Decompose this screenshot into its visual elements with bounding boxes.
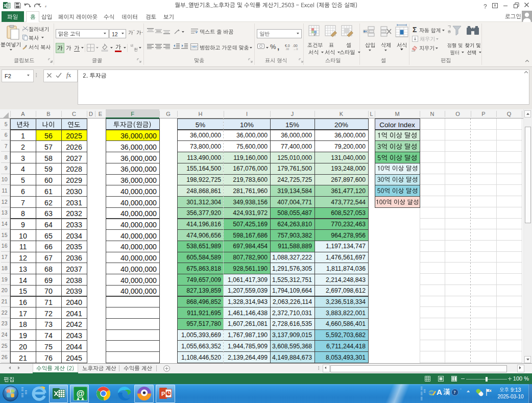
svg-text:.00: .00 (285, 48, 289, 50)
svg-text:€.0: €.0 (285, 44, 290, 48)
svg-text:P: P (161, 391, 165, 397)
svg-text:→.0: →.0 (293, 48, 298, 50)
svg-text:@: @ (77, 389, 85, 398)
svg-text:.00: .00 (293, 44, 298, 48)
svg-text:≠: ≠ (313, 32, 317, 37)
svg-text:?: ? (453, 390, 455, 395)
